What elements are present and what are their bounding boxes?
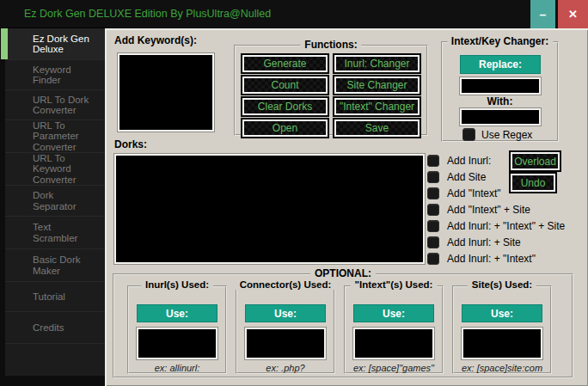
add-keywords-label: Add Keyword(s): xyxy=(114,34,197,46)
use-connector-button[interactable]: Use: xyxy=(245,304,326,322)
sites-used-groupbox: Site(s) Used: Use: ex: [space]site:com xyxy=(452,285,552,374)
option-row-add-inurl: Add Inurl: xyxy=(427,155,491,167)
open-button[interactable]: Open xyxy=(242,119,328,137)
generate-button[interactable]: Generate xyxy=(242,55,328,72)
sidebar-item-label: Basic Dork Maker xyxy=(33,254,96,276)
app-window: Ez Dork Gen DELUXE Edition By PlusUltra@… xyxy=(0,0,588,386)
sidebar-filler xyxy=(5,344,105,376)
sidebar-item-ez-dork-gen-deluxe[interactable]: Ez Dork Gen Deluxe xyxy=(5,28,105,60)
sidebar-item-url-to-dork-converter[interactable]: URL To Dork Converter xyxy=(5,90,105,120)
option-row-add-inurl-site: Add Inurl: + Site xyxy=(427,236,521,248)
connector-used-input[interactable] xyxy=(245,328,326,359)
add-inurl-intext-checkbox[interactable] xyxy=(427,253,439,265)
use-site-button[interactable]: Use: xyxy=(462,304,542,322)
option-row-add-intext-site: Add "Intext" + Site xyxy=(427,204,530,216)
option-label: Add "Intext" xyxy=(447,187,501,199)
use-regex-row: Use Regex xyxy=(462,128,532,141)
connectors-used-groupbox: Connector(s) Used: Use: ex: .php? xyxy=(236,285,335,374)
inurls-used-label: Inurl(s) Used: xyxy=(141,279,213,290)
minimize-icon: – xyxy=(540,8,547,21)
inurl-changer-button[interactable]: Inurl: Changer xyxy=(334,55,420,72)
intexts-used-label: "Intext"(s) Used: xyxy=(351,279,438,290)
sidebar-item-label: URL To Keyword Converter xyxy=(33,153,96,186)
inurl-used-input[interactable] xyxy=(137,328,217,359)
sidebar-item-credits[interactable]: Credits xyxy=(5,312,105,344)
dorks-textarea[interactable] xyxy=(114,154,425,264)
intext-changer-button[interactable]: "Intext" Changer xyxy=(334,98,420,115)
sidebar-item-label: Credits xyxy=(33,322,64,334)
undo-button[interactable]: Undo xyxy=(511,174,555,192)
overload-button[interactable]: Overload xyxy=(511,152,560,170)
add-intext-site-checkbox[interactable] xyxy=(427,204,439,216)
sidebar-item-text-scrambler[interactable]: Text Scrambler xyxy=(5,217,105,249)
inurl-example-text: ex: allinurl: xyxy=(129,363,225,373)
sidebar-item-url-to-parameter-converter[interactable]: URL To Parameter Converter xyxy=(5,120,105,153)
sidebar: Ez Dork Gen Deluxe Keyword Finder URL To… xyxy=(0,28,105,386)
site-changer-button[interactable]: Site Changer xyxy=(334,77,420,94)
option-row-add-inurl-intext: Add Inurl: + "Intext" xyxy=(427,253,536,265)
sites-used-label: Site(s) Used: xyxy=(468,279,536,290)
main-panel: Add Keyword(s): Functions: Generate Inur… xyxy=(105,28,588,386)
dorks-label: Dorks: xyxy=(114,138,147,150)
add-site-checkbox[interactable] xyxy=(427,171,439,183)
intext-example-text: ex: [space]"games" xyxy=(346,363,442,373)
option-row-add-site: Add Site xyxy=(427,171,486,183)
intexts-used-groupbox: "Intext"(s) Used: Use: ex: [space]"games… xyxy=(344,285,444,374)
replace-input[interactable] xyxy=(460,77,541,95)
optional-groupbox: OPTIONAL: Inurl(s) Used: Use: ex: allinu… xyxy=(113,273,573,378)
with-label: With: xyxy=(443,95,557,107)
site-example-text: ex: [space]site:com xyxy=(454,363,550,373)
sidebar-item-keyword-finder[interactable]: Keyword Finder xyxy=(5,60,105,90)
option-label: Add Site xyxy=(447,171,486,183)
sidebar-item-label: Text Scrambler xyxy=(33,222,96,243)
add-inurl-checkbox[interactable] xyxy=(427,155,439,167)
option-label: Add "Intext" + Site xyxy=(447,204,530,216)
minimize-button[interactable]: – xyxy=(530,0,555,28)
option-row-add-inurl-intext-site: Add Inurl: + "Intext" + Site xyxy=(427,220,565,232)
connectors-used-label: Connector(s) Used: xyxy=(236,279,336,290)
option-label: Add Inurl: + "Intext" xyxy=(447,253,536,265)
sidebar-item-tutorial[interactable]: Tutorial xyxy=(5,282,105,312)
intext-key-changer-label: Intext/Key Changer: xyxy=(447,35,553,47)
sidebar-item-label: URL To Dork Converter xyxy=(33,95,96,116)
clear-dorks-button[interactable]: Clear Dorks xyxy=(242,98,328,115)
sidebar-item-label: Dork Separator xyxy=(33,190,96,211)
site-used-input[interactable] xyxy=(462,328,542,359)
use-regex-label: Use Regex xyxy=(481,129,532,141)
functions-button-grid: Generate Inurl: Changer Count Site Chang… xyxy=(242,55,420,137)
option-row-add-intext: Add "Intext" xyxy=(427,187,501,199)
use-inurl-button[interactable]: Use: xyxy=(137,304,217,322)
functions-groupbox: Functions: Generate Inurl: Changer Count… xyxy=(234,45,428,136)
add-inurl-intext-site-checkbox[interactable] xyxy=(427,220,439,232)
option-label: Add Inurl: + "Intext" + Site xyxy=(447,220,565,232)
functions-groupbox-label: Functions: xyxy=(300,39,361,51)
sidebar-item-label: Keyword Finder xyxy=(33,64,96,86)
add-inurl-site-checkbox[interactable] xyxy=(427,236,439,248)
sidebar-item-label: URL To Parameter Converter xyxy=(33,120,96,153)
count-button[interactable]: Count xyxy=(242,77,328,94)
active-tab-indicator xyxy=(1,28,8,59)
close-button[interactable]: ✕ xyxy=(558,0,588,28)
sidebar-item-label: Ez Dork Gen Deluxe xyxy=(33,34,96,55)
sidebar-item-url-to-keyword-converter[interactable]: URL To Keyword Converter xyxy=(5,153,105,186)
with-input[interactable] xyxy=(460,108,541,126)
intext-used-input[interactable] xyxy=(353,328,434,359)
sidebar-item-dork-separator[interactable]: Dork Separator xyxy=(5,186,105,217)
replace-button[interactable]: Replace: xyxy=(460,55,541,74)
window-title: Ez Dork Gen DELUXE Edition By PlusUltra@… xyxy=(24,0,271,28)
save-button[interactable]: Save xyxy=(334,119,420,137)
intext-key-changer-groupbox: Intext/Key Changer: Replace: With: Use R… xyxy=(441,41,559,142)
use-intext-button[interactable]: Use: xyxy=(353,304,434,322)
title-bar: Ez Dork Gen DELUXE Edition By PlusUltra@… xyxy=(0,0,588,28)
close-icon: ✕ xyxy=(568,8,578,21)
sidebar-item-basic-dork-maker[interactable]: Basic Dork Maker xyxy=(5,249,105,282)
connector-example-text: ex: .php? xyxy=(237,363,334,373)
use-regex-checkbox[interactable] xyxy=(462,128,475,141)
add-keywords-textarea[interactable] xyxy=(118,53,214,132)
inurls-used-groupbox: Inurl(s) Used: Use: ex: allinurl: xyxy=(127,285,227,374)
option-label: Add Inurl: xyxy=(447,155,491,167)
optional-groupbox-label: OPTIONAL: xyxy=(310,267,376,279)
option-label: Add Inurl: + Site xyxy=(447,236,521,248)
sidebar-item-label: Tutorial xyxy=(33,291,65,303)
add-intext-checkbox[interactable] xyxy=(427,187,439,199)
